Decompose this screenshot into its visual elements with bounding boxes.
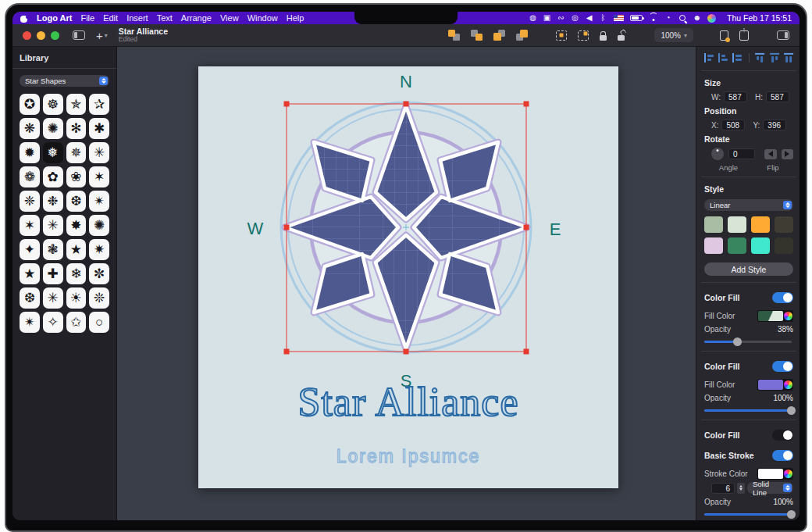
export-icon[interactable] [720, 30, 728, 41]
x-position-field[interactable]: 508 [721, 120, 745, 130]
library-shape-snowflake-tile[interactable]: ❅ [43, 142, 63, 163]
color-wheel-icon[interactable] [784, 470, 792, 478]
canvas-area[interactable]: N W E S [117, 47, 696, 520]
app-menu[interactable]: Logo Art [37, 13, 72, 23]
menu-edit[interactable]: Edit [103, 13, 118, 23]
menu-text[interactable]: Text [157, 13, 173, 23]
minimize-window-button[interactable] [37, 31, 45, 40]
y-position-field[interactable]: 396 [763, 120, 786, 130]
library-shape-cog-outline[interactable]: ❀ [66, 166, 87, 187]
keyboard-flag-icon[interactable] [614, 15, 624, 21]
color-wheel-icon[interactable] [784, 312, 792, 320]
logo-title-text[interactable]: Star Alliance [198, 379, 618, 425]
library-shape-solid-six-star[interactable]: ★ [66, 239, 87, 260]
slider-knob[interactable] [787, 406, 796, 415]
library-shape-gear-ring[interactable]: ❁ [20, 166, 40, 187]
close-window-button[interactable] [23, 31, 31, 40]
screen-record-icon[interactable]: ◎ [572, 13, 579, 23]
library-shape-sun-outline[interactable]: ☀ [66, 287, 87, 309]
add-style-button[interactable]: Add Style [704, 262, 793, 276]
library-shape-wavy-outline-star[interactable]: ✰ [89, 94, 109, 115]
spotlight-icon[interactable] [678, 14, 687, 23]
library-shape-ornate-snowflake[interactable]: ❆ [66, 191, 87, 212]
library-shape-snowflake-ornament[interactable]: ❄ [66, 263, 87, 284]
volume-icon[interactable]: ◀ [586, 13, 593, 23]
library-shape-swirl-pinwheel[interactable]: ❃ [43, 239, 63, 260]
width-field[interactable]: 587 [724, 91, 747, 102]
style-swatch-5[interactable] [704, 237, 723, 254]
library-shape-four-point-sparkle[interactable]: ✦ [20, 239, 40, 260]
opacity-1-slider[interactable] [704, 341, 792, 343]
sidebar-toggle-icon[interactable] [73, 30, 85, 40]
shortcuts-icon[interactable]: ∾ [557, 13, 565, 23]
stage-manager-icon[interactable]: ▣ [543, 13, 551, 23]
style-swatch-6[interactable] [728, 237, 746, 254]
library-shape-pinwheel-six-star[interactable]: ✸ [66, 215, 87, 236]
siri-icon[interactable] [707, 14, 716, 23]
rotation-knob[interactable] [711, 148, 724, 160]
library-shape-open-asterisk[interactable]: ✳ [43, 287, 63, 309]
gradient-type-dropdown[interactable]: Linear [704, 199, 793, 211]
flip-vertical-button[interactable] [782, 149, 794, 159]
library-shape-ring-star[interactable]: ✯ [66, 94, 87, 115]
library-shape-sparkle-burst[interactable]: ❈ [20, 191, 40, 212]
library-shape-swirl-star[interactable]: ✷ [89, 239, 109, 260]
share-icon[interactable] [739, 30, 749, 41]
lock-button[interactable] [600, 30, 607, 41]
library-shape-six-spoke-asterisk[interactable]: ✼ [89, 263, 109, 284]
time-machine-icon[interactable]: ◔ [664, 13, 672, 23]
zoom-level-dropdown[interactable]: 100% ▾ [654, 28, 693, 42]
shape-collection-dropdown[interactable]: Star Shapes [20, 75, 109, 87]
library-shape-spoke-wheel[interactable]: ❋ [20, 118, 40, 139]
line-style-dropdown[interactable]: Solid Line [747, 482, 793, 494]
library-shape-petal-star[interactable]: ❉ [43, 191, 63, 212]
angle-field[interactable]: 0 [728, 148, 755, 159]
compass-label-north[interactable]: N [400, 72, 412, 91]
group-icon[interactable] [556, 30, 567, 41]
library-shape-five-point-star[interactable]: ★ [20, 263, 40, 284]
stroke-width-field[interactable]: 6 [711, 483, 735, 494]
library-shape-six-point-thin-star[interactable]: ✶ [89, 166, 109, 187]
compass-label-east[interactable]: E [550, 220, 561, 239]
basic-stroke-1-toggle[interactable] [772, 450, 793, 461]
inspector-toggle-icon[interactable] [777, 30, 789, 40]
library-shape-flower-gear[interactable]: ✿ [43, 166, 63, 187]
menu-bar-clock[interactable]: Thu Feb 17 15:51 [727, 13, 792, 23]
library-shape-eight-petal-flower[interactable]: ✳ [43, 215, 63, 236]
fill-color-2-well[interactable] [757, 379, 793, 391]
add-shape-button[interactable]: + ▾ [96, 30, 108, 41]
slider-knob[interactable] [733, 337, 742, 346]
align-bottom-icon[interactable] [784, 53, 793, 62]
color-fill-1-toggle[interactable] [772, 292, 793, 303]
menu-window[interactable]: Window [248, 13, 278, 23]
stroke-color-1-well[interactable] [757, 468, 793, 480]
move-forward-icon[interactable] [448, 30, 460, 41]
ungroup-icon[interactable] [578, 30, 589, 41]
style-swatch-4[interactable] [775, 216, 793, 233]
menu-arrange[interactable]: Arrange [181, 13, 212, 23]
apple-menu-icon[interactable] [20, 14, 28, 23]
style-swatch-1[interactable] [704, 216, 723, 233]
align-center-h-icon[interactable] [718, 53, 728, 62]
opacity-2-slider[interactable] [704, 409, 792, 412]
slider-knob[interactable] [787, 510, 796, 519]
menu-help[interactable]: Help [287, 13, 304, 23]
color-fill-2-toggle[interactable] [772, 361, 793, 372]
library-shape-plus-sparkle[interactable]: ✚ [43, 263, 63, 284]
compass-label-west[interactable]: W [248, 219, 264, 238]
library-shape-six-point-star[interactable]: ✶ [20, 215, 40, 236]
move-backward-icon[interactable] [471, 30, 483, 41]
library-shape-dense-sunburst[interactable]: ✴ [89, 191, 109, 212]
color-fill-3-toggle[interactable] [772, 430, 793, 441]
library-shape-rayed-sun[interactable]: ✺ [89, 215, 109, 236]
fill-color-1-well[interactable] [757, 310, 793, 322]
align-middle-v-icon[interactable] [770, 53, 779, 62]
library-shape-six-ray-star[interactable]: ✳ [89, 142, 109, 163]
library-shape-six-petal-asterisk[interactable]: ✻ [66, 118, 87, 139]
artboard[interactable]: N W E S [198, 66, 618, 488]
send-to-back-icon[interactable] [516, 30, 528, 41]
style-swatch-3[interactable] [751, 216, 770, 233]
style-swatch-8[interactable] [775, 237, 793, 254]
height-field[interactable]: 587 [766, 91, 789, 102]
menu-view[interactable]: View [220, 13, 239, 23]
